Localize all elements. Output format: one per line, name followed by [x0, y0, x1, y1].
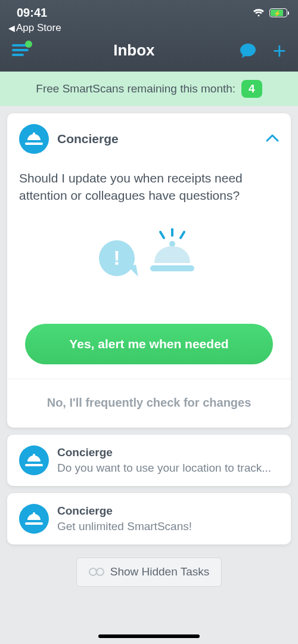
svg-point-9	[97, 568, 104, 575]
bell-illustration-icon	[145, 228, 199, 276]
page-title: Inbox	[113, 41, 154, 60]
menu-button[interactable]	[12, 44, 29, 57]
concierge-card-location[interactable]: Concierge Do you want to use your locati…	[7, 435, 291, 486]
concierge-avatar-icon	[19, 504, 49, 534]
no-check-button[interactable]: No, I'll frequently check for changes	[7, 379, 291, 428]
back-caret-icon: ◀	[8, 23, 15, 33]
concierge-avatar-icon	[19, 445, 49, 475]
home-indicator[interactable]	[98, 634, 200, 638]
binoculars-icon	[89, 565, 104, 579]
status-bar: 09:41 ⚡	[0, 0, 298, 20]
smartscan-banner[interactable]: Free SmartScans remaining this month: 4	[0, 72, 298, 106]
svg-line-3	[181, 232, 184, 238]
chat-icon[interactable]	[240, 43, 256, 58]
add-button[interactable]: +	[273, 45, 286, 57]
show-hidden-tasks-button[interactable]: Show Hidden Tasks	[76, 558, 222, 587]
svg-line-2	[160, 232, 164, 238]
svg-rect-0	[25, 143, 43, 145]
status-time: 09:41	[17, 6, 47, 20]
svg-rect-6	[25, 464, 43, 466]
card-sender: Concierge	[57, 504, 192, 518]
notification-dot-icon	[25, 41, 32, 48]
yes-alert-button[interactable]: Yes, alert me when needed	[25, 324, 273, 364]
svg-point-4	[169, 241, 175, 247]
card-question: Should I update you when receipts need a…	[7, 160, 291, 205]
banner-count-badge: 4	[241, 80, 262, 98]
collapse-button[interactable]	[266, 134, 279, 144]
card-preview: Get unlimited SmartScans!	[57, 520, 192, 533]
svg-rect-7	[25, 522, 43, 525]
concierge-card-smartscans[interactable]: Concierge Get unlimited SmartScans!	[7, 493, 291, 544]
concierge-card-expanded: Concierge Should I update you when recei…	[7, 113, 291, 428]
illustration: !	[7, 205, 291, 324]
battery-icon: ⚡	[269, 8, 287, 17]
banner-text: Free SmartScans remaining this month:	[36, 82, 235, 95]
hidden-tasks-label: Show Hidden Tasks	[110, 565, 210, 578]
svg-point-8	[89, 568, 97, 575]
concierge-avatar-icon	[19, 124, 49, 154]
card-sender: Concierge	[57, 446, 271, 459]
svg-rect-5	[150, 265, 194, 271]
card-preview: Do you want to use your location to trac…	[57, 462, 271, 475]
back-to-app-store[interactable]: ◀ App Store	[0, 20, 298, 36]
alert-bubble-icon: !	[99, 240, 135, 276]
wifi-icon	[253, 8, 265, 17]
card-sender: Concierge	[57, 132, 119, 146]
back-label: App Store	[16, 22, 61, 34]
